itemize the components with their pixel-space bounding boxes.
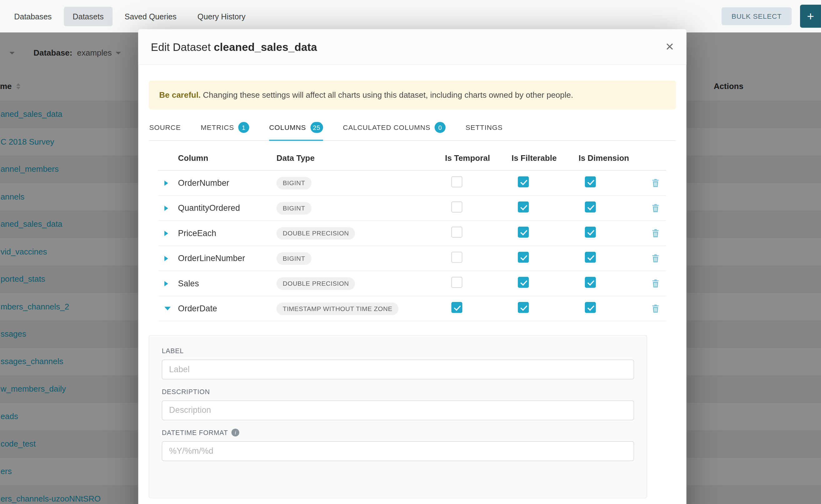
expand-caret-icon[interactable] [164, 231, 168, 236]
modal-body: Be careful. Changing these settings will… [138, 65, 686, 498]
is-temporal-checkbox[interactable] [452, 252, 463, 263]
bulk-select-button[interactable]: BULK SELECT [722, 7, 792, 25]
delete-column-button[interactable] [651, 229, 660, 238]
is-filterable-checkbox[interactable] [518, 227, 529, 238]
tab-calculated-columns[interactable]: CALCULATED COLUMNS 0 [343, 122, 446, 141]
delete-column-button[interactable] [651, 204, 660, 212]
tab-source[interactable]: SOURCE [149, 122, 181, 141]
column-name: OrderLineNumber [178, 254, 276, 263]
column-detail-panel: LABEL DESCRIPTION DATETIME FORMAT [149, 335, 647, 498]
is-dimension-checkbox[interactable] [585, 202, 596, 213]
column-name: OrderNumber [178, 178, 276, 188]
label-field-label-text: LABEL [162, 347, 184, 355]
description-input[interactable] [162, 401, 634, 421]
edit-dataset-modal: Edit Dataset cleaned_sales_data × Be car… [138, 29, 686, 504]
header-column: Column [178, 153, 276, 163]
datetime-format-input[interactable] [162, 441, 634, 461]
data-type-pill: BIGINT [276, 202, 311, 215]
description-field-label-text: DESCRIPTION [162, 388, 210, 396]
modal-title: Edit Dataset cleaned_sales_data [151, 41, 317, 53]
is-temporal-checkbox[interactable] [452, 277, 463, 288]
is-temporal-checkbox[interactable] [452, 302, 463, 313]
is-dimension-checkbox[interactable] [585, 176, 596, 187]
column-name: QuantityOrdered [178, 204, 276, 213]
nav-tab-saved-queries[interactable]: Saved Queries [116, 7, 185, 26]
data-type-pill: TIMESTAMP WITHOUT TIME ZONE [276, 302, 398, 315]
is-temporal-checkbox[interactable] [452, 202, 463, 213]
is-temporal-checkbox[interactable] [452, 227, 463, 238]
app-window: Databases Datasets Saved Queries Query H… [0, 0, 821, 504]
delete-column-button[interactable] [651, 254, 660, 263]
header-is-filterable: Is Filterable [512, 153, 579, 163]
modal-header: Edit Dataset cleaned_sales_data × [138, 29, 686, 65]
is-temporal-checkbox[interactable] [452, 176, 463, 187]
header-is-dimension: Is Dimension [579, 153, 645, 163]
is-dimension-checkbox[interactable] [585, 302, 596, 313]
columns-table: Column Data Type Is Temporal Is Filterab… [158, 153, 666, 321]
data-type-pill: DOUBLE PRECISION [276, 277, 355, 290]
is-filterable-checkbox[interactable] [518, 252, 529, 263]
data-type-pill: DOUBLE PRECISION [276, 227, 355, 240]
expand-caret-icon[interactable] [164, 256, 168, 261]
tab-metrics-label: METRICS [200, 124, 234, 131]
datetime-format-field-label-text: DATETIME FORMAT [162, 429, 228, 437]
column-name: PriceEach [178, 229, 276, 238]
tab-settings-label: SETTINGS [466, 124, 503, 131]
is-filterable-checkbox[interactable] [518, 176, 529, 187]
column-name: Sales [178, 279, 276, 288]
table-row: OrderNumber BIGINT [158, 171, 666, 196]
data-type-pill: BIGINT [276, 177, 311, 189]
warning-bold-text: Be careful. [159, 91, 201, 99]
table-row: QuantityOrdered BIGINT [158, 196, 666, 221]
datetime-format-field-label: DATETIME FORMAT [162, 429, 634, 437]
expand-caret-icon[interactable] [164, 180, 168, 186]
label-field-label: LABEL [162, 347, 634, 355]
topbar: Databases Datasets Saved Queries Query H… [0, 0, 821, 32]
label-input[interactable] [162, 360, 634, 380]
tab-settings[interactable]: SETTINGS [466, 122, 503, 141]
nav-tab-datasets[interactable]: Datasets [64, 7, 112, 26]
table-row: OrderDate TIMESTAMP WITHOUT TIME ZONE [158, 296, 666, 321]
metrics-count-badge: 1 [238, 122, 249, 133]
screen: Databases Datasets Saved Queries Query H… [0, 0, 821, 504]
delete-column-button[interactable] [651, 279, 660, 288]
tab-calculated-columns-label: CALCULATED COLUMNS [343, 124, 431, 131]
table-row: PriceEach DOUBLE PRECISION [158, 221, 666, 246]
expand-caret-icon[interactable] [164, 281, 168, 286]
tab-metrics[interactable]: METRICS 1 [200, 122, 249, 141]
is-dimension-checkbox[interactable] [585, 252, 596, 263]
is-filterable-checkbox[interactable] [518, 202, 529, 213]
info-icon[interactable] [231, 429, 239, 437]
tab-columns-label: COLUMNS [269, 124, 306, 131]
expand-caret-icon[interactable] [164, 205, 168, 211]
delete-column-button[interactable] [651, 179, 660, 187]
header-data-type: Data Type [276, 153, 445, 163]
columns-count-badge: 25 [310, 122, 323, 133]
tab-source-label: SOURCE [149, 124, 181, 131]
modal-title-dataset-name: cleaned_sales_data [214, 41, 317, 53]
nav-tab-databases[interactable]: Databases [5, 7, 61, 26]
warning-banner: Be careful. Changing these settings will… [149, 81, 676, 110]
nav-tab-query-history[interactable]: Query History [189, 7, 255, 26]
delete-column-button[interactable] [651, 304, 660, 313]
collapse-caret-icon[interactable] [164, 307, 171, 311]
header-is-temporal: Is Temporal [445, 153, 512, 163]
table-row: OrderLineNumber BIGINT [158, 246, 666, 271]
add-dataset-button[interactable]: + [800, 5, 821, 28]
modal-tabs: SOURCE METRICS 1 COLUMNS 25 CALCULATED C… [149, 117, 676, 141]
columns-table-header: Column Data Type Is Temporal Is Filterab… [158, 153, 666, 170]
tab-columns[interactable]: COLUMNS 25 [269, 122, 323, 141]
description-field-label: DESCRIPTION [162, 388, 634, 396]
is-dimension-checkbox[interactable] [585, 277, 596, 288]
topbar-actions: BULK SELECT + [722, 5, 821, 28]
table-row: Sales DOUBLE PRECISION [158, 271, 666, 296]
column-name: OrderDate [178, 304, 276, 313]
calculated-columns-count-badge: 0 [435, 122, 446, 133]
close-icon[interactable]: × [666, 40, 674, 54]
modal-title-prefix: Edit Dataset [151, 41, 211, 53]
data-type-pill: BIGINT [276, 252, 311, 264]
is-dimension-checkbox[interactable] [585, 227, 596, 238]
warning-text: Changing these settings will affect all … [200, 91, 573, 99]
is-filterable-checkbox[interactable] [518, 277, 529, 288]
is-filterable-checkbox[interactable] [518, 302, 529, 313]
